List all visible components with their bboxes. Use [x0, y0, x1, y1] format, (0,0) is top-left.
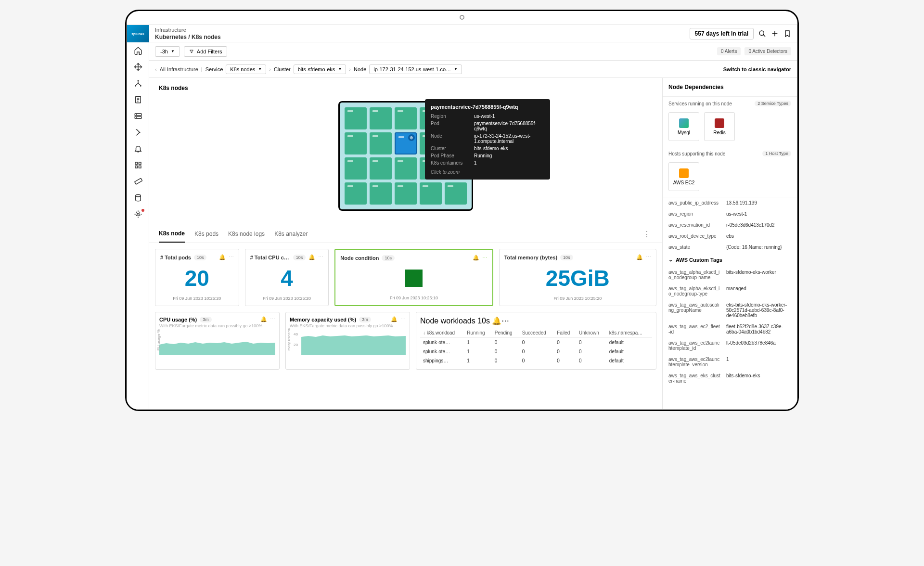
svg-rect-12: [134, 178, 142, 184]
tag-row: aws_tag_alpha_eksctl_io_nodegroup-namebi…: [663, 267, 797, 283]
pod-cell[interactable]: [395, 107, 417, 129]
service-tile-mysql[interactable]: Mysql: [668, 112, 699, 141]
tooltip-value: paymentservice-7d7568855f-q9wtq: [474, 121, 544, 131]
memory-chart[interactable]: 40 20 mory used %: [290, 331, 406, 355]
svg-rect-10: [135, 166, 138, 168]
svg-point-7: [136, 117, 136, 118]
host-tile-aws-ec2[interactable]: AWS EC2: [668, 162, 699, 191]
table-header[interactable]: Succeeded: [519, 328, 554, 338]
nav-apps-icon[interactable]: [127, 157, 149, 173]
bell-icon[interactable]: 🔔: [473, 255, 479, 261]
tooltip-key: Pod Phase: [431, 153, 469, 158]
nav-all-infrastructure[interactable]: All Infrastructure: [160, 66, 198, 72]
tabs-more-icon[interactable]: ⋮: [643, 230, 653, 239]
card-total-memory: Total memory (bytes) 10s 🔔⋯ 25GiB Fri 09…: [499, 249, 656, 306]
top-header: Infrastructure Kubernetes / K8s nodes 55…: [149, 25, 797, 42]
splunk-logo[interactable]: splunk>: [127, 25, 149, 42]
table-header[interactable]: Running: [464, 328, 492, 338]
pod-cell[interactable]: [345, 157, 367, 180]
time-picker[interactable]: -3h ▼: [155, 46, 180, 57]
back-chevron-icon[interactable]: ‹: [155, 66, 157, 72]
more-icon[interactable]: ⋯: [646, 254, 651, 260]
pod-cell[interactable]: [395, 182, 417, 205]
pod-cell[interactable]: [345, 107, 367, 129]
sidebar-title: Node Dependencies: [663, 78, 797, 97]
svg-rect-9: [139, 162, 141, 165]
pod-cell[interactable]: [395, 157, 417, 180]
tab-k8s-analyzer[interactable]: K8s analyzer: [274, 226, 308, 242]
nav-alert-icon[interactable]: [127, 124, 149, 141]
table-header[interactable]: Unknown: [576, 328, 606, 338]
tabs: K8s node K8s pods K8s node logs K8s anal…: [149, 225, 662, 243]
pod-cell-selected[interactable]: ⊕: [395, 132, 417, 154]
card-total-pods: # Total pods 10s 🔔⋯ 20 Fri 09 Jun 2023 1…: [155, 249, 239, 306]
more-icon[interactable]: ⋯: [400, 316, 406, 322]
svg-point-0: [137, 80, 139, 81]
more-icon[interactable]: ⋯: [318, 254, 323, 260]
bell-icon[interactable]: 🔔: [391, 316, 398, 322]
cpu-chart[interactable]: PU usage %: [159, 331, 275, 355]
nav-document-icon[interactable]: [127, 91, 149, 108]
detectors-badge[interactable]: 0 Active Detectors: [744, 47, 791, 55]
pod-cell[interactable]: [370, 107, 392, 129]
nav-ruler-icon[interactable]: [127, 173, 149, 190]
service-dropdown[interactable]: K8s nodes▼: [226, 64, 266, 74]
nav-settings-icon[interactable]: [127, 206, 149, 222]
node-dropdown[interactable]: ip-172-31-24-152.us-west-1.co…▼: [369, 64, 462, 74]
table-header[interactable]: Failed: [554, 328, 576, 338]
section-title: K8s nodes: [149, 78, 662, 96]
breadcrumb-nav: ‹ All Infrastructure | Service K8s nodes…: [149, 61, 797, 78]
plus-icon[interactable]: [771, 30, 779, 38]
service-tile-redis[interactable]: Redis: [704, 112, 735, 141]
bell-icon[interactable]: 🔔: [260, 316, 267, 322]
switch-navigator-link[interactable]: Switch to classic navigator: [723, 66, 791, 72]
custom-tags-toggle[interactable]: ⌄AWS Custom Tags: [663, 253, 797, 267]
bell-icon[interactable]: 🔔: [636, 254, 643, 260]
breadcrumb-top[interactable]: Infrastructure: [155, 27, 221, 33]
nav-move-icon[interactable]: [127, 59, 149, 75]
cluster-dropdown[interactable]: bits-sfdemo-eks▼: [294, 64, 346, 74]
table-header[interactable]: k8s.namespa…: [606, 328, 652, 338]
bell-icon[interactable]: 🔔: [492, 317, 501, 325]
nav-server-icon[interactable]: [127, 108, 149, 124]
table-row[interactable]: splunk-ote…10000default: [420, 338, 652, 347]
more-icon[interactable]: ⋯: [482, 255, 488, 261]
table-header[interactable]: Pending: [492, 328, 519, 338]
tab-k8s-node-logs[interactable]: K8s node logs: [228, 226, 265, 242]
workloads-table[interactable]: ↓ k8s.workloadRunningPendingSucceededFai…: [420, 328, 652, 365]
pod-cell[interactable]: [370, 182, 392, 205]
tab-k8s-pods[interactable]: K8s pods: [194, 226, 218, 242]
more-icon[interactable]: ⋯: [501, 317, 509, 325]
table-row[interactable]: splunk-ote…10000default: [420, 347, 652, 356]
tag-row: aws_tag_aws_autoscaling_groupNameeks-bit…: [663, 299, 797, 321]
bell-icon[interactable]: 🔔: [308, 254, 315, 260]
nav-hierarchy-icon[interactable]: [127, 75, 149, 91]
breadcrumb-path[interactable]: Kubernetes / K8s nodes: [155, 34, 221, 40]
pod-cell[interactable]: [370, 157, 392, 180]
table-header[interactable]: ↓ k8s.workload: [420, 328, 464, 338]
nav-bell-icon[interactable]: [127, 141, 149, 157]
search-icon[interactable]: [758, 30, 766, 38]
add-filters-button[interactable]: Add Filters: [184, 46, 228, 57]
pod-cell[interactable]: [420, 182, 442, 205]
pod-cell[interactable]: [345, 182, 367, 205]
table-row[interactable]: shippings…10000default: [420, 356, 652, 365]
nav-home-icon[interactable]: [127, 42, 149, 59]
alerts-badge[interactable]: 0 Alerts: [717, 47, 741, 55]
nav-database-icon[interactable]: [127, 190, 149, 206]
tag-row: aws_tag_aws_ec2launchtemplate_version1: [663, 354, 797, 370]
bookmark-icon[interactable]: [783, 30, 791, 38]
more-icon[interactable]: ⋯: [229, 254, 234, 260]
tab-k8s-node[interactable]: K8s node: [159, 225, 185, 243]
zoom-icon[interactable]: ⊕: [408, 134, 415, 141]
tooltip-zoom-hint: Click to zoom: [431, 169, 544, 175]
tooltip-key: Cluster: [431, 146, 469, 151]
more-icon[interactable]: ⋯: [270, 316, 275, 322]
status-indicator: [405, 270, 423, 287]
property-row: aws_regionus-west-1: [663, 208, 797, 219]
pod-cell[interactable]: [445, 182, 467, 205]
pod-cell[interactable]: [345, 132, 367, 154]
pod-cell[interactable]: [370, 132, 392, 154]
svg-point-14: [137, 213, 139, 216]
bell-icon[interactable]: 🔔: [219, 254, 226, 260]
